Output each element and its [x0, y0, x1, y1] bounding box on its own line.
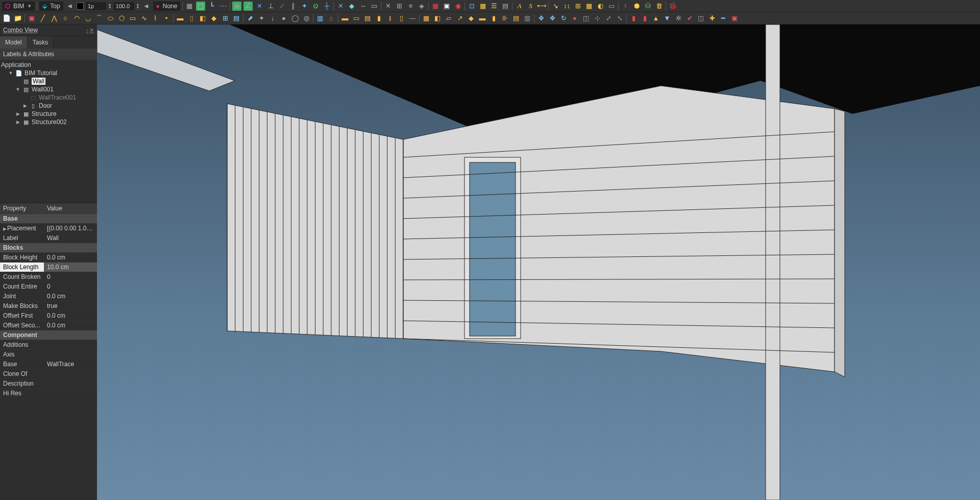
materials-icon[interactable]: ◈ [417, 2, 426, 11]
pipe-icon[interactable]: — [408, 14, 417, 23]
prop-row-label[interactable]: LabelWall [0, 233, 97, 243]
prop-row-clone-of[interactable]: Clone Of [0, 369, 97, 378]
schedule-icon[interactable]: ▦ [431, 2, 440, 11]
point-icon[interactable]: • [162, 14, 171, 23]
ring-icon[interactable]: ◯ [290, 14, 300, 23]
remove-icon[interactable]: ━ [719, 14, 728, 23]
snap-wp-icon[interactable]: ◆ [347, 2, 356, 11]
snap-midpoint-icon[interactable]: ⋯ [218, 2, 228, 11]
extend-icon[interactable]: ⤢ [604, 14, 613, 23]
snap-parallel-icon[interactable]: ∥ [288, 2, 298, 11]
database-icon[interactable]: ⛁ [643, 2, 652, 11]
spinner[interactable]: ▲▼ [108, 3, 112, 9]
prop-value[interactable] [44, 369, 97, 378]
prop-value[interactable]: 0.0 cm [44, 292, 97, 301]
viewport-3d[interactable] [97, 25, 980, 500]
prop-row-count-broken[interactable]: Count Broken0 [0, 272, 97, 281]
prop-value[interactable]: 0.0 cm [44, 253, 97, 262]
expand-icon[interactable]: ▶ [22, 103, 28, 108]
add-icon[interactable]: ✚ [707, 14, 717, 23]
copy-icon[interactable]: ✥ [548, 14, 557, 23]
grid2-icon[interactable]: ▦ [584, 2, 594, 11]
window-icon[interactable]: ▥ [315, 14, 325, 23]
bug-icon[interactable]: 🐞 [668, 2, 677, 11]
prop-row-offset-seco-[interactable]: Offset Seco...0.0 cm [0, 320, 97, 330]
slab-icon[interactable]: ▬ [176, 14, 185, 23]
spreadsheet-icon[interactable]: ▤ [501, 2, 510, 11]
stop-icon[interactable]: ● [570, 14, 579, 23]
snap-dim-icon[interactable]: ↔ [358, 2, 368, 11]
view-selector[interactable]: ⬙ Top [39, 2, 63, 11]
snap-center-icon[interactable]: ⊕ [232, 2, 241, 11]
torus-icon[interactable]: ◎ [302, 14, 311, 23]
prop-row-offset-first[interactable]: Offset First0.0 cm [0, 311, 97, 320]
preflight-icon[interactable]: ▣ [442, 2, 451, 11]
space-icon[interactable]: ▤ [363, 14, 372, 23]
prop-value[interactable]: 0 [44, 282, 97, 291]
prop-row-count-entire[interactable]: Count Entire0 [0, 281, 97, 291]
structure-tool-icon[interactable]: ▯ [397, 14, 406, 23]
scale-input[interactable] [114, 2, 134, 10]
snap-extension-icon[interactable]: ⟋ [277, 2, 286, 11]
tree-item-wall[interactable]: ▥Wall [0, 77, 97, 85]
prop-row-base[interactable]: BaseWallTrace [0, 359, 97, 369]
arrow-left-icon[interactable]: ◄ [142, 2, 151, 11]
bezier-icon[interactable]: ⌇ [151, 14, 160, 23]
box-icon[interactable]: ◧ [198, 14, 207, 23]
workspace-selector[interactable]: ⬡ BIM ▼ [2, 2, 35, 11]
circle-icon[interactable]: ○ [61, 14, 70, 23]
snap-intersection-icon[interactable]: ✕ [255, 2, 264, 11]
roof-icon[interactable]: ⌂ [327, 14, 336, 23]
expand-icon[interactable]: ▼ [8, 70, 13, 76]
offset-icon[interactable]: ◫ [581, 14, 591, 23]
hatch-icon[interactable]: ▦ [478, 2, 487, 11]
rectangle-icon[interactable]: ▭ [128, 14, 137, 23]
sketch-icon[interactable]: ▣ [27, 14, 36, 23]
property-body[interactable]: Base▶Placement[(0.00 0.00 1.00);...Label… [0, 213, 97, 500]
sphere-icon[interactable]: ● [279, 14, 288, 23]
prop-value[interactable] [44, 350, 97, 359]
prop-value[interactable]: 0.0 cm [44, 311, 97, 320]
library-icon[interactable]: ⬢ [632, 2, 641, 11]
truss-icon[interactable]: ▮ [489, 14, 498, 23]
external-ref-icon[interactable]: ↓ [268, 14, 277, 23]
project-icon[interactable]: ▦ [422, 14, 431, 23]
tools-icon[interactable]: ✕ [383, 2, 393, 11]
furniture-icon[interactable]: ▬ [478, 14, 487, 23]
prop-value[interactable]: 0.0 cm [44, 321, 97, 330]
leader-icon[interactable]: ↘ [551, 2, 560, 11]
library2-icon[interactable]: ▤ [232, 14, 241, 23]
prop-row-placement[interactable]: ▶Placement[(0.00 0.00 1.00);... [0, 223, 97, 233]
labels-attributes-header[interactable]: Labels & Attributes [0, 49, 97, 60]
views-manager-icon[interactable]: ⊞ [395, 2, 404, 11]
prop-value[interactable]: WallTrace [44, 360, 97, 369]
prop-row-block-length[interactable]: Block Length10.0 cm [0, 262, 97, 272]
down-icon[interactable]: ▼ [663, 14, 672, 23]
grid-icon[interactable]: ▦ [185, 2, 194, 11]
layers-icon[interactable]: ≡ [406, 2, 415, 11]
text-s-icon[interactable]: S [526, 2, 535, 11]
tree-item-structure[interactable]: ▶▦Structure [0, 110, 97, 118]
beam-icon[interactable]: ▤ [511, 14, 521, 23]
prop-row-block-height[interactable]: Block Height0.0 cm [0, 252, 97, 262]
snap-special-icon[interactable]: ✦ [300, 2, 309, 11]
component-icon[interactable]: ⬈ [246, 14, 255, 23]
snap-workingplane-icon[interactable]: ▭ [370, 2, 379, 11]
rebar-icon[interactable]: ⊡ [467, 2, 476, 11]
arc-icon[interactable]: ◠ [72, 14, 81, 23]
bspline-icon[interactable]: ∿ [139, 14, 149, 23]
prop-value[interactable]: [(0.00 0.00 1.00);... [44, 224, 97, 233]
fence-icon[interactable]: ⊪ [500, 14, 509, 23]
tab-tasks[interactable]: Tasks [28, 36, 54, 49]
fillet-icon[interactable]: ⌒ [94, 14, 104, 23]
expand-icon[interactable]: ▼ [15, 87, 20, 92]
close-panel-icon[interactable]: ✕ [89, 27, 94, 34]
color-swatch[interactable] [77, 3, 84, 10]
prop-row-additions[interactable]: Additions [0, 340, 97, 349]
list-icon[interactable]: ☰ [489, 2, 499, 11]
reference-icon[interactable]: ✦ [257, 14, 266, 23]
stairs-icon[interactable]: ⫿ [385, 14, 395, 23]
tree-item-bim tutorial[interactable]: ▼📄BIM Tutorial [0, 69, 97, 77]
wall-tool-icon[interactable]: ▮ [374, 14, 383, 23]
float-icon[interactable]: ▫ [86, 27, 88, 34]
